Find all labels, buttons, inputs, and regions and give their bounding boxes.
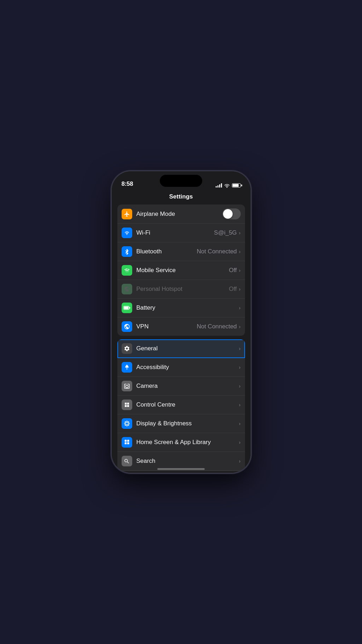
battery-icon: [122, 303, 132, 313]
screen: 8:58: [112, 171, 251, 473]
display-brightness-row[interactable]: Display & Brightness ›: [117, 414, 245, 433]
personal-hotspot-icon: [122, 284, 132, 294]
personal-hotspot-row[interactable]: Personal Hotspot Off ›: [117, 280, 245, 299]
vpn-icon: [122, 321, 132, 332]
preferences-group: General › Accessibility ›: [117, 339, 245, 471]
airplane-mode-row[interactable]: Airplane Mode: [117, 205, 245, 224]
connectivity-group: Airplane Mode Wi-Fi S@i_: [117, 205, 245, 336]
vpn-label: VPN: [136, 323, 197, 330]
wifi-label: Wi-Fi: [136, 229, 214, 236]
control-centre-icon: [122, 399, 132, 410]
svg-rect-6: [124, 442, 127, 444]
accessibility-row[interactable]: Accessibility ›: [117, 358, 245, 377]
status-bar: 8:58: [112, 171, 251, 190]
airplane-mode-label: Airplane Mode: [136, 211, 222, 218]
svg-rect-4: [124, 440, 127, 442]
display-brightness-icon: [122, 418, 132, 429]
search-label: Search: [136, 458, 239, 465]
display-brightness-chevron: ›: [239, 421, 241, 426]
siri-row[interactable]: Siri ›: [117, 471, 245, 471]
wifi-row[interactable]: Wi-Fi S@i_5G ›: [117, 224, 245, 242]
settings-content[interactable]: Airplane Mode Wi-Fi S@i_: [112, 205, 251, 471]
battery-label: Battery: [136, 304, 239, 311]
home-screen-chevron: ›: [239, 439, 241, 445]
camera-row[interactable]: Camera ›: [117, 377, 245, 396]
general-chevron: ›: [239, 346, 241, 351]
mobile-service-icon: [122, 265, 132, 276]
battery-status-icon: [232, 183, 241, 188]
home-indicator: [157, 468, 205, 470]
camera-icon: [122, 381, 132, 391]
home-screen-label: Home Screen & App Library: [136, 439, 239, 446]
status-time: 8:58: [122, 180, 133, 188]
svg-rect-7: [127, 442, 129, 444]
general-label: General: [136, 345, 239, 352]
bluetooth-icon: [122, 246, 132, 257]
airplane-mode-toggle[interactable]: [222, 208, 241, 219]
vpn-value: Not Connected: [197, 323, 237, 330]
vpn-row[interactable]: VPN Not Connected ›: [117, 317, 245, 336]
signal-icon: [216, 183, 222, 188]
airplane-mode-icon: [122, 209, 132, 219]
home-screen-icon: [122, 437, 132, 448]
control-centre-label: Control Centre: [136, 401, 239, 408]
bluetooth-value: Not Connected: [197, 248, 237, 255]
display-brightness-label: Display & Brightness: [136, 420, 239, 427]
phone-frame: 8:58: [112, 171, 251, 473]
bluetooth-label: Bluetooth: [136, 248, 197, 255]
bluetooth-chevron: ›: [239, 249, 241, 254]
mobile-service-label: Mobile Service: [136, 267, 229, 274]
page-title: Settings: [112, 190, 251, 205]
accessibility-icon: [122, 362, 132, 373]
personal-hotspot-chevron: ›: [239, 286, 241, 292]
camera-label: Camera: [136, 383, 239, 390]
personal-hotspot-value: Off: [229, 286, 237, 293]
accessibility-label: Accessibility: [136, 364, 239, 371]
general-row[interactable]: General ›: [117, 339, 245, 358]
wifi-status-icon: [224, 183, 230, 188]
svg-rect-5: [127, 440, 129, 442]
mobile-service-chevron: ›: [239, 268, 241, 273]
status-icons: [216, 183, 241, 188]
general-icon: [122, 343, 132, 354]
personal-hotspot-label: Personal Hotspot: [136, 286, 229, 293]
battery-row[interactable]: Battery ›: [117, 299, 245, 317]
mobile-service-row[interactable]: Mobile Service Off ›: [117, 261, 245, 280]
mobile-service-value: Off: [229, 267, 237, 274]
svg-rect-2: [129, 307, 130, 309]
bluetooth-row[interactable]: Bluetooth Not Connected ›: [117, 242, 245, 261]
wifi-value: S@i_5G: [214, 229, 237, 236]
search-chevron: ›: [239, 458, 241, 464]
camera-chevron: ›: [239, 383, 241, 389]
control-centre-chevron: ›: [239, 402, 241, 408]
vpn-chevron: ›: [239, 324, 241, 329]
home-screen-row[interactable]: Home Screen & App Library ›: [117, 433, 245, 452]
battery-chevron: ›: [239, 305, 241, 311]
wifi-icon: [122, 228, 132, 238]
control-centre-row[interactable]: Control Centre ›: [117, 396, 245, 414]
search-icon: [122, 456, 132, 466]
svg-rect-1: [124, 307, 128, 309]
accessibility-chevron: ›: [239, 364, 241, 370]
wifi-chevron: ›: [239, 230, 241, 236]
